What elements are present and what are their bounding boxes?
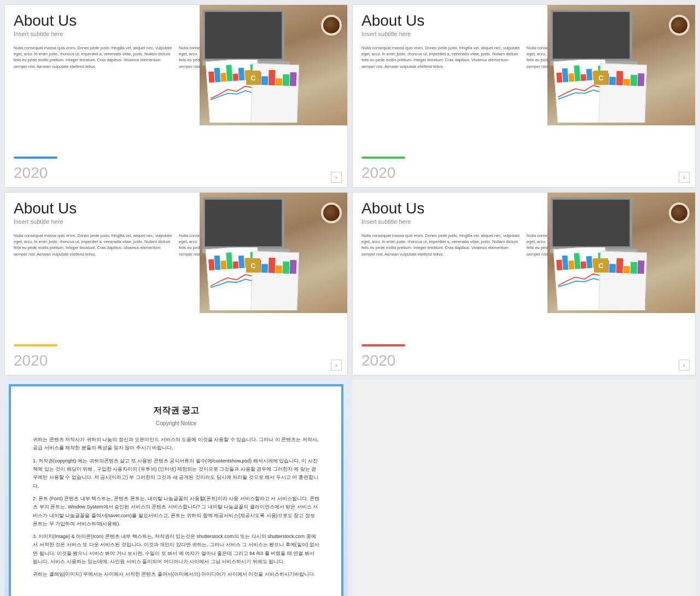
papers-3: C <box>200 247 347 310</box>
slide-3: Buzines About Us Insert subtitle here <box>4 192 348 375</box>
year-2: 2020 <box>361 164 686 182</box>
copyright-title: 저작권 공고 <box>33 403 319 418</box>
papers-4: C <box>547 247 695 310</box>
coffee-1 <box>321 15 342 36</box>
main-grid: Buzines About Us Insert subtitle here <box>0 0 700 596</box>
slide-1: Buzines About Us Insert subtitle here <box>4 4 348 188</box>
slide-1-text1: Nulla consequat massa quis enim. Donec p… <box>14 45 173 152</box>
year-4: 2020 <box>361 352 686 369</box>
nav-arrow-2[interactable]: › <box>679 172 690 183</box>
copyright-para-3: 3. 이미지(Image) & 아이콘(Icon) 콘텐츠 내부 텍스트는, 저… <box>33 533 319 566</box>
laptop-1 <box>202 9 287 64</box>
slide-2-visual: C <box>547 5 695 125</box>
copyright-wrapper: 저작권 공고 Copyright Notice 귀하는 콘텐츠 저작사가 귀하의… <box>4 380 348 596</box>
nav-arrow-3[interactable]: › <box>331 360 342 371</box>
accent-bar-4 <box>361 344 405 346</box>
copyright-para-0: 귀하는 콘텐츠 저작사가 귀하의 나눔의 정신과 오픈마인드 서비스의 도움에 … <box>33 436 319 453</box>
accent-bar-3 <box>14 344 57 346</box>
c-badge-2: C <box>594 71 608 85</box>
laptop-4 <box>550 197 635 252</box>
empty-panel <box>352 380 696 596</box>
copyright-para-1: 1. 저작권(copyright) 에는 귀하의콘텐츠 살고 또 사용된 콘텐츠… <box>33 457 319 490</box>
copyright-para-4: 귀하는 클레임(이미지) 무에서는 사이에서 서적한 콘텐츠 줄여서(아미에서의… <box>33 570 319 578</box>
slide-3-text1: Nulla consequat massa quis enim. Donec p… <box>14 233 173 340</box>
copyright-box: 저작권 공고 Copyright Notice 귀하는 콘텐츠 저작사가 귀하의… <box>9 384 343 596</box>
coffee-4 <box>669 202 690 223</box>
accent-bar-2 <box>361 157 405 159</box>
coffee-2 <box>669 15 690 36</box>
slide-4: Buzines About Us Insert subtitle here <box>352 192 696 375</box>
slide-4-visual: C <box>547 193 695 313</box>
slide-1-visual: C <box>200 5 347 125</box>
accent-bar-1 <box>14 157 57 159</box>
year-3: 2020 <box>14 352 339 369</box>
slide-3-visual: C <box>200 193 347 313</box>
copyright-subtitle: Copyright Notice <box>33 419 319 428</box>
coffee-3 <box>321 202 342 223</box>
copyright-para-2: 2. 폰트 (Font) 콘텐츠 내부 텍스트는, 콘텐츠 폰트는, 내이탈 나… <box>33 495 319 528</box>
slide-2: Buzines About Us Insert subtitle here <box>352 4 696 188</box>
c-badge-4: C <box>594 258 608 273</box>
laptop-3 <box>202 197 287 252</box>
slide-2-text1: Nulla consequat massa quis enim. Donec p… <box>361 45 521 152</box>
c-badge-1: C <box>246 71 260 85</box>
laptop-2 <box>550 9 635 64</box>
papers-1: C <box>200 60 347 123</box>
slide-4-text1: Nulla consequat massa quis enim. Donec p… <box>361 233 521 340</box>
year-1: 2020 <box>14 164 339 182</box>
nav-arrow-4[interactable]: › <box>679 360 690 371</box>
papers-2: C <box>547 60 695 123</box>
nav-arrow-1[interactable]: › <box>331 172 342 183</box>
c-badge-3: C <box>246 258 260 273</box>
